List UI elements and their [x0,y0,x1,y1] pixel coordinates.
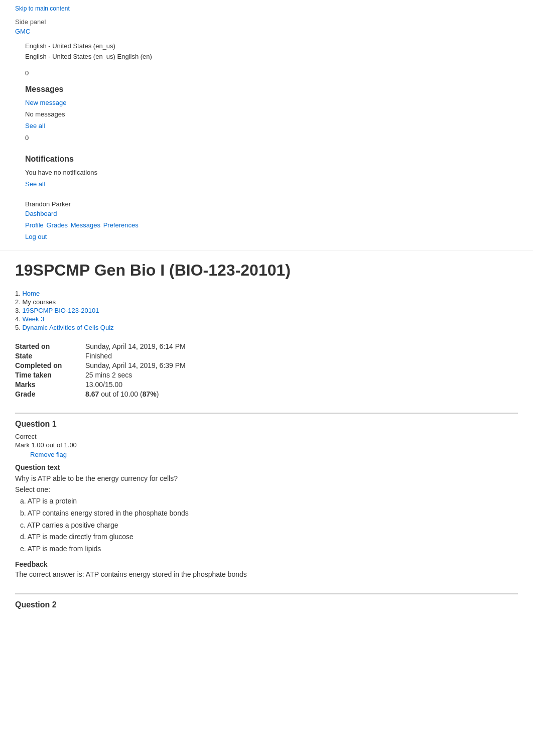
nav-links: Profile Grades Messages Preferences [25,221,508,229]
answer-d: d. ATP is made directly from glucose [20,531,518,543]
no-messages-text: No messages [25,108,508,120]
answer-list: a. ATP is a protein b. ATP contains ener… [15,495,518,555]
preferences-link[interactable]: Preferences [103,221,139,229]
started-on-value: Sunday, April 14, 2019, 6:14 PM [85,342,186,350]
quiz-meta: Started on Sunday, April 14, 2019, 6:14 … [0,337,533,408]
marks-value: 13.00/15.00 [85,381,122,389]
time-taken-value: 25 mins 2 secs [85,371,132,379]
state-label: State [15,352,85,360]
messages-count: 0 [25,132,508,144]
lang-line-2: English - United States (en_us) English … [25,52,508,62]
see-all-messages-link[interactable]: See all [25,120,508,132]
feedback-label: Feedback [15,560,518,568]
breadcrumb-quiz-link[interactable]: Dynamic Activities of Cells Quiz [22,324,113,331]
question-body: Why is ATP able to be the energy currenc… [15,474,518,482]
question-text-label: Question text [15,463,518,471]
grade-label: Grade [15,390,85,398]
remove-flag-link[interactable]: Remove flag [15,451,518,458]
breadcrumb-home-link[interactable]: Home [22,290,40,297]
question-1-status: Correct [15,433,518,440]
started-on-label: Started on [15,342,85,350]
breadcrumb-course-link[interactable]: 19SPCMP BIO-123-20101 [22,307,99,314]
state-value: Finished [85,352,112,360]
breadcrumb-item-3: 3. 19SPCMP BIO-123-20101 [15,307,518,314]
question-2-heading: Question 2 [15,593,518,609]
breadcrumb-item-1: 1. Home [15,290,518,297]
answer-e: e. ATP is made from lipids [20,543,518,555]
grade-value: 8.67 out of 10.00 (87%) [85,390,159,398]
breadcrumb-item-4: 4. Week 3 [15,315,518,323]
breadcrumb-week-link[interactable]: Week 3 [22,315,44,323]
question-1-mark: Mark 1.00 out of 1.00 [15,441,518,449]
feedback-text: The correct answer is: ATP contains ener… [15,570,518,578]
user-name: Brandon Parker [25,200,508,208]
new-message-link[interactable]: New message [25,97,508,108]
logout-link[interactable]: Log out [25,233,508,240]
gmc-link[interactable]: GMC [15,28,30,35]
lang-line-1: English - United States (en_us) [25,41,508,52]
page-title: 19SPCMP Gen Bio I (BIO-123-20101) [0,250,533,285]
see-all-notifications-link[interactable]: See all [25,178,508,190]
completed-on-value: Sunday, April 14, 2019, 6:39 PM [85,361,186,369]
answer-b: b. ATP contains energy stored in the pho… [20,508,518,520]
grades-link[interactable]: Grades [46,221,68,229]
notifications-heading: Notifications [25,155,508,164]
completed-on-label: Completed on [15,361,85,369]
breadcrumb-item-2: 2. My courses [15,298,518,306]
no-notifications-text: You have no notifications [25,167,508,178]
question-2-block: Question 2 [0,588,533,618]
count-badge: 0 [25,67,508,79]
select-one-label: Select one: [15,485,518,493]
question-1-block: Question 1 Correct Mark 1.00 out of 1.00… [0,408,533,588]
breadcrumb-item-5: 5. Dynamic Activities of Cells Quiz [15,324,518,331]
time-taken-label: Time taken [15,371,85,379]
breadcrumb: 1. Home 2. My courses 3. 19SPCMP BIO-123… [0,285,533,337]
skip-to-main-link[interactable]: Skip to main content [15,5,70,12]
side-panel-label: Side panel [0,17,533,27]
profile-link[interactable]: Profile [25,221,44,229]
messages-heading: Messages [25,85,508,94]
dashboard-link[interactable]: Dashboard [25,208,508,219]
answer-c: c. ATP carries a positive charge [20,520,518,532]
messages-nav-link[interactable]: Messages [71,221,100,229]
answer-a: a. ATP is a protein [20,495,518,508]
question-1-heading: Question 1 [15,413,518,429]
marks-label: Marks [15,381,85,389]
